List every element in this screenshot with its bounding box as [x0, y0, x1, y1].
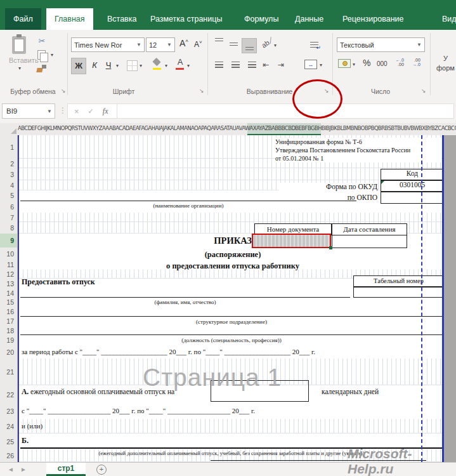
row-header[interactable]: 3 [0, 168, 17, 180]
row-header[interactable]: 15 [0, 298, 17, 307]
row-header[interactable]: 6 [0, 201, 17, 213]
tab-insert[interactable]: Вставка [99, 8, 145, 30]
wrap-text-icon[interactable]: ↵ [307, 38, 321, 51]
doc-date-header-cell[interactable]: Дата составления [332, 223, 407, 235]
align-top-icon[interactable] [212, 38, 225, 51]
shrink-font-icon[interactable]: А˅ [194, 39, 202, 49]
row-header[interactable]: 23 [0, 404, 17, 419]
number-dialog-launcher-icon[interactable]: ↘ [421, 88, 426, 94]
align-left-icon[interactable] [212, 58, 225, 72]
orientation-icon[interactable]: ab⟋ [260, 36, 275, 50]
orientation-dropdown-icon[interactable]: ▾ [274, 43, 277, 48]
row-header[interactable]: 11 [0, 260, 17, 270]
tab-review[interactable]: Рецензирование [334, 8, 412, 30]
sheet-tab-str1[interactable]: стр1 [46, 463, 86, 476]
row-header[interactable]: 7 [0, 213, 17, 222]
align-center-icon[interactable] [229, 58, 242, 72]
tab-file[interactable]: Файл [5, 8, 41, 30]
decrease-decimal-icon[interactable]: .00→.0 [412, 58, 420, 67]
row-header[interactable]: 4 [0, 180, 17, 190]
font-color-dropdown-icon[interactable]: ▾ [187, 63, 190, 69]
prev-sheet-icon[interactable]: ◄ [8, 466, 14, 473]
fx-icon[interactable]: fx [103, 107, 108, 116]
number-format-combo[interactable]: Текстовый▼ [337, 37, 425, 52]
grow-font-icon[interactable]: А˄ [179, 38, 188, 48]
bold-button[interactable]: Ж [71, 58, 86, 74]
row-header[interactable]: 19 [0, 334, 17, 345]
borders-dropdown-icon[interactable]: ▾ [140, 63, 142, 69]
font-color-icon[interactable]: А [175, 57, 185, 70]
doc-date-value-cell[interactable] [332, 235, 407, 248]
name-box[interactable]: BI9 ▼ [2, 103, 55, 119]
add-sheet-icon[interactable]: + [96, 465, 107, 475]
row-header[interactable]: 2 [0, 159, 17, 168]
select-all-icon[interactable] [11, 128, 16, 134]
accounting-dropdown-icon[interactable]: ▾ [353, 62, 355, 67]
font-size-combo[interactable]: 12▼ [146, 37, 175, 52]
underline-button[interactable]: Ч [103, 58, 114, 73]
kod-header-cell[interactable]: Код [381, 169, 444, 180]
okpo-value-cell[interactable] [381, 192, 444, 204]
tab-formulas[interactable]: Формулы [236, 8, 287, 30]
row-header[interactable]: 26 [0, 449, 17, 462]
tab-view[interactable]: Вид [434, 8, 456, 30]
clipboard-dialog-launcher-icon[interactable]: ↘ [61, 88, 66, 94]
row-header[interactable]: 1 [0, 135, 17, 159]
underline-dropdown-icon[interactable]: ▾ [116, 63, 119, 69]
row-headers[interactable]: 1234567891011121314151617181920212223242… [0, 135, 18, 462]
sheet-grid[interactable]: Унифицированная форма № Т-6 Утверждена П… [18, 135, 445, 462]
selected-cell-bi9[interactable] [252, 234, 331, 248]
personnel-number-header-cell[interactable]: Табельный номер [353, 275, 444, 287]
fill-handle[interactable] [329, 246, 332, 249]
accounting-format-icon[interactable] [338, 59, 351, 68]
increase-decimal-icon[interactable]: ←.0.00 [396, 58, 404, 67]
row-header[interactable]: 24 [0, 419, 17, 433]
comma-style-icon[interactable]: 000 [377, 60, 388, 67]
row-header[interactable]: 13 [0, 279, 17, 288]
cut-icon[interactable]: ✂ [37, 36, 47, 45]
row-header[interactable]: 22 [0, 385, 17, 404]
okud-value-cell[interactable]: 0301005 [381, 180, 444, 192]
sheet-row[interactable] [19, 326, 446, 334]
next-sheet-icon[interactable]: ► [20, 466, 27, 473]
fill-color-icon[interactable] [152, 58, 162, 70]
paste-button[interactable]: Вставить ▾ [9, 36, 30, 73]
personnel-number-value-cell[interactable] [353, 287, 444, 298]
name-box-dropdown-icon[interactable]: ▼ [47, 109, 52, 114]
row-header[interactable]: 14 [0, 288, 17, 298]
row-header[interactable]: 16 [0, 307, 17, 316]
borders-icon[interactable] [127, 60, 138, 71]
row-header[interactable]: 21 [0, 359, 17, 385]
merge-center-dropdown-icon[interactable]: ▾ [320, 62, 322, 68]
italic-button[interactable]: К [89, 58, 100, 73]
increase-indent-icon[interactable]: ⇥ [278, 60, 284, 69]
align-right-icon[interactable] [245, 58, 258, 72]
tab-page-layout[interactable]: Разметка страницы [142, 8, 230, 30]
row-header[interactable]: 8 [0, 222, 17, 234]
font-dialog-launcher-icon[interactable]: ↘ [199, 88, 204, 94]
fill-color-dropdown-icon[interactable]: ▾ [165, 63, 167, 69]
sheet-row[interactable] [19, 213, 446, 222]
enter-icon[interactable]: ✓ [88, 107, 94, 116]
font-name-combo[interactable]: Times New Ror▼ [71, 37, 145, 52]
align-bottom-icon[interactable] [242, 38, 257, 53]
row-header[interactable]: 25 [0, 433, 17, 449]
percent-style-icon[interactable]: % [363, 58, 370, 68]
format-painter-icon[interactable] [37, 65, 46, 72]
tab-home[interactable]: Главная [46, 8, 93, 30]
copy-icon[interactable] [37, 50, 46, 60]
align-middle-icon[interactable] [227, 38, 240, 51]
column-headers[interactable]: ABCDEFGHIJKLMNOPQRSTUVWXYZAAABACADAEAFAG… [0, 123, 456, 136]
row-header[interactable]: 20 [0, 345, 17, 359]
decrease-indent-icon[interactable]: ⇤ [263, 60, 269, 69]
row-header[interactable]: 5 [0, 190, 17, 201]
row-header[interactable]: 18 [0, 326, 17, 334]
formula-input-strip[interactable]: × ✓ fx [67, 103, 454, 119]
paste-dropdown-icon[interactable]: ▾ [9, 65, 30, 71]
copy-dropdown-icon[interactable]: ▾ [51, 52, 53, 58]
row-header[interactable]: 9 [0, 234, 17, 248]
row-header[interactable]: 17 [0, 316, 17, 326]
merge-center-icon[interactable]: ↔ [304, 60, 317, 69]
row-header[interactable]: 10 [0, 248, 17, 260]
tab-data[interactable]: Данные [287, 8, 332, 30]
